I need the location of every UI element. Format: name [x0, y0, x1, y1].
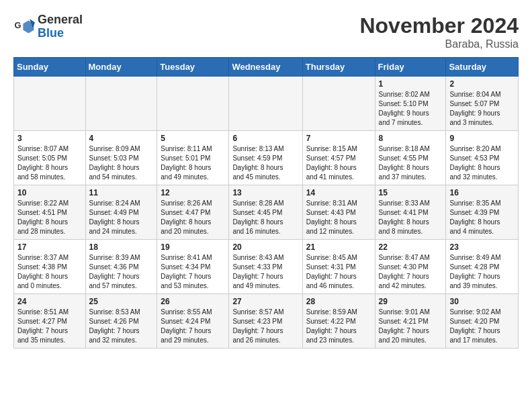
day-cell: 22Sunrise: 8:47 AM Sunset: 4:30 PM Dayli… [375, 240, 446, 294]
day-cell: 23Sunrise: 8:49 AM Sunset: 4:28 PM Dayli… [446, 240, 519, 294]
day-number: 29 [379, 297, 443, 306]
day-cell: 10Sunrise: 8:22 AM Sunset: 4:51 PM Dayli… [14, 185, 86, 240]
day-number: 24 [17, 297, 82, 306]
day-number: 12 [161, 188, 225, 197]
day-info: Sunrise: 8:18 AM Sunset: 4:55 PM Dayligh… [379, 144, 443, 182]
day-number: 13 [232, 188, 298, 197]
day-cell: 26Sunrise: 8:55 AM Sunset: 4:24 PM Dayli… [157, 294, 229, 349]
day-number: 14 [306, 188, 371, 197]
week-row-4: 17Sunrise: 8:37 AM Sunset: 4:38 PM Dayli… [14, 240, 519, 294]
day-cell: 6Sunrise: 8:13 AM Sunset: 4:59 PM Daylig… [229, 131, 302, 185]
day-number: 23 [449, 242, 515, 252]
day-cell: 12Sunrise: 8:26 AM Sunset: 4:47 PM Dayli… [157, 185, 229, 240]
day-number: 4 [89, 134, 154, 143]
day-info: Sunrise: 8:41 AM Sunset: 4:34 PM Dayligh… [161, 253, 225, 291]
day-cell: 14Sunrise: 8:31 AM Sunset: 4:43 PM Dayli… [302, 185, 375, 240]
day-info: Sunrise: 9:02 AM Sunset: 4:20 PM Dayligh… [449, 308, 515, 345]
day-number: 7 [306, 134, 371, 143]
day-cell: 8Sunrise: 8:18 AM Sunset: 4:55 PM Daylig… [375, 131, 446, 185]
day-number: 18 [89, 242, 154, 252]
day-info: Sunrise: 8:02 AM Sunset: 5:10 PM Dayligh… [379, 90, 443, 128]
day-number: 9 [449, 134, 515, 143]
day-cell: 2Sunrise: 8:04 AM Sunset: 5:07 PM Daylig… [446, 77, 519, 131]
day-info: Sunrise: 8:55 AM Sunset: 4:24 PM Dayligh… [161, 308, 225, 345]
day-number: 8 [379, 134, 443, 143]
day-cell: 16Sunrise: 8:35 AM Sunset: 4:39 PM Dayli… [446, 185, 519, 240]
day-number: 27 [232, 297, 298, 306]
logo-text: General Blue [38, 13, 83, 40]
day-info: Sunrise: 8:09 AM Sunset: 5:03 PM Dayligh… [89, 144, 154, 182]
svg-text:G: G [15, 19, 21, 30]
weekday-wednesday: Wednesday [229, 58, 302, 77]
week-row-1: 1Sunrise: 8:02 AM Sunset: 5:10 PM Daylig… [14, 77, 519, 131]
day-number: 1 [379, 79, 443, 89]
logo-general-text: General [38, 13, 83, 27]
day-info: Sunrise: 8:33 AM Sunset: 4:41 PM Dayligh… [379, 199, 443, 236]
day-cell: 21Sunrise: 8:45 AM Sunset: 4:31 PM Dayli… [302, 240, 375, 294]
day-number: 2 [449, 79, 515, 89]
weekday-thursday: Thursday [302, 58, 375, 77]
day-cell: 19Sunrise: 8:41 AM Sunset: 4:34 PM Dayli… [157, 240, 229, 294]
day-number: 30 [449, 297, 515, 306]
day-info: Sunrise: 8:57 AM Sunset: 4:23 PM Dayligh… [232, 308, 298, 345]
day-info: Sunrise: 8:53 AM Sunset: 4:26 PM Dayligh… [89, 308, 154, 345]
day-cell: 30Sunrise: 9:02 AM Sunset: 4:20 PM Dayli… [446, 294, 519, 349]
day-number: 16 [449, 188, 515, 197]
day-cell: 20Sunrise: 8:43 AM Sunset: 4:33 PM Dayli… [229, 240, 302, 294]
calendar-table: SundayMondayTuesdayWednesdayThursdayFrid… [13, 57, 519, 349]
day-info: Sunrise: 8:37 AM Sunset: 4:38 PM Dayligh… [17, 253, 82, 291]
weekday-header-row: SundayMondayTuesdayWednesdayThursdayFrid… [14, 58, 519, 77]
day-info: Sunrise: 8:51 AM Sunset: 4:27 PM Dayligh… [17, 308, 82, 345]
day-cell [302, 77, 375, 131]
day-info: Sunrise: 8:26 AM Sunset: 4:47 PM Dayligh… [161, 199, 225, 236]
day-info: Sunrise: 8:28 AM Sunset: 4:45 PM Dayligh… [232, 199, 298, 236]
week-row-3: 10Sunrise: 8:22 AM Sunset: 4:51 PM Dayli… [14, 185, 519, 240]
day-cell [85, 77, 157, 131]
day-cell: 1Sunrise: 8:02 AM Sunset: 5:10 PM Daylig… [375, 77, 446, 131]
location: Baraba, Russia [359, 38, 519, 50]
day-number: 5 [161, 134, 225, 143]
day-info: Sunrise: 8:24 AM Sunset: 4:49 PM Dayligh… [89, 199, 154, 236]
day-cell: 29Sunrise: 9:01 AM Sunset: 4:21 PM Dayli… [375, 294, 446, 349]
day-number: 11 [89, 188, 154, 197]
day-number: 21 [306, 242, 371, 252]
weekday-tuesday: Tuesday [157, 58, 229, 77]
weekday-sunday: Sunday [14, 58, 86, 77]
day-info: Sunrise: 8:35 AM Sunset: 4:39 PM Dayligh… [449, 199, 515, 236]
day-cell: 13Sunrise: 8:28 AM Sunset: 4:45 PM Dayli… [229, 185, 302, 240]
week-row-2: 3Sunrise: 8:07 AM Sunset: 5:05 PM Daylig… [14, 131, 519, 185]
day-info: Sunrise: 8:49 AM Sunset: 4:28 PM Dayligh… [449, 253, 515, 291]
day-number: 19 [161, 242, 225, 252]
day-cell: 4Sunrise: 8:09 AM Sunset: 5:03 PM Daylig… [85, 131, 157, 185]
day-cell: 11Sunrise: 8:24 AM Sunset: 4:49 PM Dayli… [85, 185, 157, 240]
day-info: Sunrise: 8:13 AM Sunset: 4:59 PM Dayligh… [232, 144, 298, 182]
day-info: Sunrise: 8:07 AM Sunset: 5:05 PM Dayligh… [17, 144, 82, 182]
day-cell [157, 77, 229, 131]
day-number: 20 [232, 242, 298, 252]
month-title: November 2024 [359, 13, 519, 38]
day-info: Sunrise: 8:43 AM Sunset: 4:33 PM Dayligh… [232, 253, 298, 291]
day-cell: 15Sunrise: 8:33 AM Sunset: 4:41 PM Dayli… [375, 185, 446, 240]
day-cell [14, 77, 86, 131]
day-number: 25 [89, 297, 154, 306]
day-number: 3 [17, 134, 82, 143]
day-info: Sunrise: 8:11 AM Sunset: 5:01 PM Dayligh… [161, 144, 225, 182]
day-info: Sunrise: 8:15 AM Sunset: 4:57 PM Dayligh… [306, 144, 371, 182]
day-info: Sunrise: 8:31 AM Sunset: 4:43 PM Dayligh… [306, 199, 371, 236]
day-cell: 18Sunrise: 8:39 AM Sunset: 4:36 PM Dayli… [85, 240, 157, 294]
day-cell: 17Sunrise: 8:37 AM Sunset: 4:38 PM Dayli… [14, 240, 86, 294]
day-info: Sunrise: 8:22 AM Sunset: 4:51 PM Dayligh… [17, 199, 82, 236]
week-row-5: 24Sunrise: 8:51 AM Sunset: 4:27 PM Dayli… [14, 294, 519, 349]
day-info: Sunrise: 8:47 AM Sunset: 4:30 PM Dayligh… [379, 253, 443, 291]
day-number: 17 [17, 242, 82, 252]
day-info: Sunrise: 8:45 AM Sunset: 4:31 PM Dayligh… [306, 253, 371, 291]
page-header: G General Blue November 2024 Baraba, Rus… [13, 13, 519, 50]
day-cell: 9Sunrise: 8:20 AM Sunset: 4:53 PM Daylig… [446, 131, 519, 185]
day-number: 6 [232, 134, 298, 143]
day-info: Sunrise: 8:59 AM Sunset: 4:22 PM Dayligh… [306, 308, 371, 345]
logo-icon: G [13, 16, 35, 38]
day-info: Sunrise: 9:01 AM Sunset: 4:21 PM Dayligh… [379, 308, 443, 345]
day-cell: 24Sunrise: 8:51 AM Sunset: 4:27 PM Dayli… [14, 294, 86, 349]
day-cell: 27Sunrise: 8:57 AM Sunset: 4:23 PM Dayli… [229, 294, 302, 349]
weekday-saturday: Saturday [446, 58, 519, 77]
